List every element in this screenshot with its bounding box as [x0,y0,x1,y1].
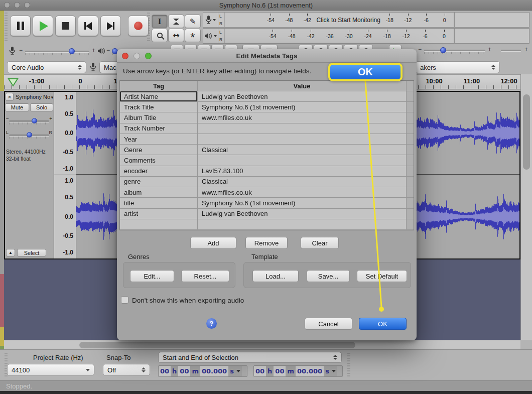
tag-cell[interactable]: Genre [120,145,198,155]
stop-button[interactable] [55,16,76,36]
help-button[interactable]: ? [206,318,217,329]
playback-device-dropdown[interactable]: akers [416,61,500,73]
skip-to-start-button[interactable] [78,16,98,36]
tag-cell[interactable]: Track Number [120,123,198,134]
genres-edit-button[interactable]: Edit... [130,270,174,282]
tag-cell[interactable]: Year [120,134,198,144]
track-pan-slider[interactable]: L R [6,129,52,138]
time-format-arrow-icon[interactable] [235,366,242,376]
template-load-button[interactable]: Load... [252,270,299,282]
time-shift-tool-button[interactable]: ↔ [168,29,184,42]
vertical-scale-ruler-right-channel[interactable]: 1.0 0.5 0.0 -0.5 -1.0 [54,175,76,258]
table-scroll-gutter[interactable] [407,209,414,219]
zoom-tool-button[interactable] [152,29,168,42]
playback-meter[interactable]: LR -54 -48 -42 -36 -30 -24 -18 -12 -6 0 [203,28,454,44]
vertical-scrollbar[interactable] [520,74,532,340]
record-button[interactable] [128,16,149,36]
time-seconds[interactable]: 00.000 [200,366,228,376]
tag-column-header[interactable]: Tag [120,81,198,91]
time-minutes[interactable]: 00 [274,366,286,376]
table-scroll-gutter[interactable] [407,102,414,112]
tag-cell[interactable]: title [120,198,198,208]
play-button[interactable] [33,16,53,36]
template-save-button[interactable]: Save... [307,270,350,282]
tag-cell[interactable]: genre [120,177,198,187]
table-scroll-gutter[interactable] [407,219,414,229]
time-hours[interactable]: 00 [254,366,266,376]
track-gain-slider[interactable]: − + [6,115,52,123]
add-button[interactable]: Add [190,237,236,249]
table-scroll-gutter[interactable] [407,166,414,176]
track-menu-arrow-icon[interactable]: ▼ [50,95,53,100]
skip-to-end-button[interactable] [100,16,121,36]
slider-knob[interactable] [32,118,37,123]
track-select-button[interactable]: Select [17,249,46,256]
slider-knob[interactable] [69,48,75,54]
remove-button[interactable]: Remove [245,237,288,249]
toolbar-grip[interactable] [5,13,8,43]
template-set-default-button[interactable]: Set Default [357,270,407,282]
table-scroll-gutter[interactable] [407,123,414,134]
table-scroll-gutter[interactable] [407,91,414,101]
value-cell[interactable]: Lavf57.83.100 [198,166,407,176]
table-scroll-gutter[interactable] [407,112,414,122]
play-speed-slider[interactable]: − + [418,45,491,55]
selection-start-time[interactable]: 00h 00m 00.000s [158,365,247,377]
value-cell[interactable]: Symphony No.6 (1st movement) [198,198,407,208]
cancel-button[interactable]: Cancel [305,318,352,330]
value-cell[interactable]: www.mfiles.co.uk [198,112,407,122]
horizontal-scrollbar[interactable] [4,340,520,349]
tag-cell[interactable]: artist [120,209,198,219]
meter-menu-arrow-icon[interactable] [214,35,217,37]
tag-cell[interactable]: Artist Name [120,91,198,101]
value-cell[interactable]: Classical [198,145,407,155]
genres-reset-button[interactable]: Reset... [181,270,229,282]
clear-button[interactable]: Clear [301,237,339,249]
table-scroll-gutter[interactable] [407,145,414,155]
project-rate-dropdown[interactable]: 44100 [7,364,94,376]
track-close-button[interactable]: × [6,93,14,101]
time-hours[interactable]: 00 [159,366,171,376]
table-scroll-gutter[interactable] [407,198,414,208]
tag-cell[interactable] [120,219,198,229]
value-cell[interactable]: www.mfiles.co.uk [198,187,407,197]
toolbar-grip[interactable] [347,353,350,378]
mute-button[interactable]: Mute [5,103,29,111]
value-cell[interactable]: Symphony No.6 (1st movement) [198,102,407,112]
selection-tool-button[interactable]: I [152,15,168,28]
recording-volume-slider[interactable]: − + [19,46,95,56]
time-seconds[interactable]: 00.000 [296,366,324,376]
solo-button[interactable]: Solo [30,103,53,111]
meter-menu-arrow-icon[interactable] [213,19,216,21]
extra-slider[interactable]: + [495,45,528,55]
draw-tool-button[interactable]: ✎ [185,15,201,28]
vertical-scale-ruler-left-channel[interactable]: 1.0 0.5 0.0 -0.5 -1.0 [54,92,76,174]
table-scroll-gutter[interactable] [407,177,414,187]
time-minutes[interactable]: 00 [178,366,190,376]
track-collapse-button[interactable]: ▲ [6,249,15,256]
tag-cell[interactable]: Album Title [120,112,198,122]
value-cell[interactable]: Classical [198,177,407,187]
audio-host-dropdown[interactable]: Core Audio [7,61,86,73]
selection-end-time[interactable]: 00h 00m 00.000s [253,365,343,377]
slider-knob[interactable] [440,47,446,53]
value-column-header[interactable]: Value [198,81,407,91]
value-cell[interactable] [198,219,407,229]
ok-button[interactable]: OK [359,318,407,330]
pause-button[interactable] [10,16,31,36]
value-cell[interactable]: Ludwig van Beethoven [198,209,407,219]
tag-cell[interactable]: encoder [120,166,198,176]
vertical-scrollbar-thumb[interactable] [523,94,530,170]
track-title[interactable]: Symphony No▼ [16,94,53,100]
tag-cell[interactable]: Track Title [120,102,198,112]
monitor-prompt[interactable]: Click to Start Monitoring [317,13,380,27]
time-format-arrow-icon[interactable] [331,366,337,376]
table-scroll-gutter[interactable] [407,155,414,165]
recording-meter[interactable]: LR -54 -48 -42 Click to Start Monitoring… [203,12,454,28]
value-cell[interactable] [198,134,407,144]
dont-show-checkbox[interactable] [121,296,128,304]
value-cell[interactable]: Ludwig van Beethoven [198,91,407,101]
envelope-tool-button[interactable] [168,15,184,28]
table-scroll-gutter[interactable] [407,134,414,144]
snap-to-dropdown[interactable]: Off [103,364,150,376]
